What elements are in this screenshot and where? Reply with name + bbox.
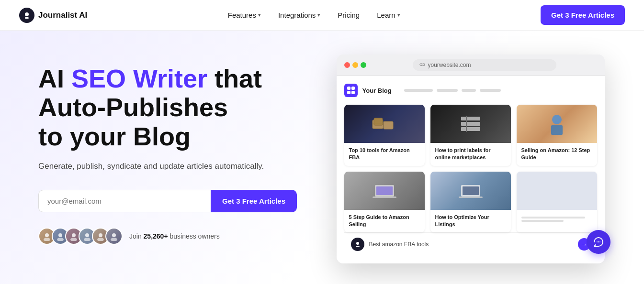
- svg-point-12: [112, 233, 116, 237]
- card-body: How to print labels for online marketpla…: [430, 143, 511, 166]
- link-icon: [419, 62, 425, 68]
- blog-grid: Top 10 tools for Amazon FBA: [344, 105, 597, 232]
- blog-card: 5 Step Guide to Amazon Selling: [344, 172, 425, 233]
- svg-point-2: [45, 233, 49, 237]
- svg-rect-20: [461, 127, 480, 131]
- nav-features-label: Features: [228, 11, 256, 19]
- browser-dots: [344, 62, 366, 68]
- chevron-down-icon: ▾: [317, 12, 320, 18]
- social-suffix: business owners: [168, 232, 220, 240]
- blog-card: Selling on Amazon: 12 Step Guide: [517, 105, 597, 166]
- nav-links: Features ▾ Integrations ▾ Pricing Learn …: [228, 11, 400, 19]
- blog-name: Your Blog: [362, 87, 392, 94]
- nav-learn-label: Learn: [377, 11, 395, 19]
- chevron-down-icon: ▾: [397, 12, 400, 18]
- card-body: Top 10 tools for Amazon FBA: [344, 143, 425, 166]
- placeholder-line: [521, 220, 564, 222]
- svg-rect-16: [384, 121, 393, 129]
- svg-rect-25: [376, 186, 393, 195]
- blog-nav-lines: [404, 89, 501, 92]
- blog-card: How to Optimize Your Listings: [430, 172, 511, 233]
- hero-title-highlight: SEO Writer: [71, 64, 207, 93]
- hero-title: AI SEO Writer thatAuto-Publishesto your …: [38, 64, 316, 151]
- browser-url-bar: yourwebsite.com: [413, 59, 556, 71]
- card-body: How to Optimize Your Listings: [430, 210, 511, 233]
- svg-rect-31: [356, 246, 360, 247]
- browser-mockup: yourwebsite.com Your Blog: [337, 55, 605, 263]
- blog-logo: [344, 84, 358, 97]
- blog-header: Your Blog: [344, 84, 597, 97]
- dot-minimize: [352, 62, 358, 68]
- svg-rect-28: [463, 186, 479, 195]
- nav-line: [462, 89, 476, 92]
- chat-input-text[interactable]: Best amazon FBA tools: [369, 241, 573, 248]
- nav-cta-button[interactable]: Get 3 Free Articles: [541, 5, 625, 25]
- card-image-laptop2: [430, 172, 511, 210]
- nav-pricing[interactable]: Pricing: [338, 11, 360, 19]
- url-text: yourwebsite.com: [428, 62, 471, 68]
- email-input[interactable]: [38, 190, 211, 212]
- svg-point-6: [72, 233, 76, 237]
- card-placeholder-lines: [521, 217, 592, 222]
- svg-point-34: [599, 241, 600, 242]
- social-count: 25,260+: [144, 232, 168, 240]
- dot-close: [344, 62, 350, 68]
- svg-rect-1: [25, 17, 29, 19]
- nav-line: [480, 89, 501, 92]
- nav-learn[interactable]: Learn ▾: [377, 11, 400, 19]
- browser-bar: yourwebsite.com: [337, 55, 605, 76]
- placeholder-line: [521, 217, 585, 218]
- svg-point-0: [25, 12, 29, 16]
- nav-features[interactable]: Features ▾: [228, 11, 261, 19]
- card-title: How to Optimize Your Listings: [435, 214, 506, 228]
- logo[interactable]: Journalist AI: [19, 8, 87, 23]
- avatar-stack: [38, 228, 123, 245]
- svg-rect-18: [461, 117, 480, 120]
- svg-point-13: [111, 238, 117, 241]
- blog-card: [517, 172, 597, 233]
- svg-point-32: [597, 241, 598, 242]
- avatar: [105, 228, 123, 245]
- svg-rect-15: [374, 118, 383, 125]
- blog-card: How to print labels for online marketpla…: [430, 105, 511, 166]
- social-proof: Join 25,260+ business owners: [38, 228, 316, 245]
- svg-point-4: [58, 233, 62, 237]
- svg-point-8: [85, 233, 89, 237]
- svg-point-9: [84, 238, 90, 241]
- card-title: Top 10 tools for Amazon FBA: [349, 147, 420, 161]
- hero-subtitle: Generate, publish, syndicate and update …: [38, 160, 316, 173]
- nav-integrations-label: Integrations: [278, 11, 316, 19]
- hero-cta-button[interactable]: Get 3 Free Articles: [211, 190, 297, 212]
- nav-line: [437, 89, 458, 92]
- svg-rect-29: [459, 197, 483, 198]
- nav-line: [404, 89, 433, 92]
- svg-point-7: [70, 238, 77, 241]
- social-prefix: Join: [129, 232, 144, 240]
- card-image-delivery: [517, 105, 597, 143]
- svg-point-3: [44, 238, 50, 241]
- hero-right: yourwebsite.com Your Blog: [316, 55, 625, 263]
- card-body: Selling on Amazon: 12 Step Guide: [517, 143, 597, 166]
- dot-maximize: [361, 62, 366, 68]
- hero-title-plain: AI: [38, 64, 71, 93]
- svg-point-10: [99, 233, 102, 237]
- card-title: Selling on Amazon: 12 Step Guide: [521, 147, 592, 161]
- svg-point-22: [552, 115, 562, 124]
- blog-card: Top 10 tools for Amazon FBA: [344, 105, 425, 166]
- svg-point-33: [598, 241, 599, 242]
- browser-content: Your Blog: [337, 76, 605, 263]
- hero-section: AI SEO Writer thatAuto-Publishesto your …: [0, 31, 644, 284]
- card-body: [517, 210, 597, 227]
- svg-point-5: [57, 238, 64, 241]
- card-image-laptop: [344, 172, 425, 210]
- chat-widget-button[interactable]: [587, 230, 610, 254]
- nav-integrations[interactable]: Integrations ▾: [278, 11, 320, 19]
- chevron-down-icon: ▾: [258, 12, 261, 18]
- chat-ai-icon: [351, 238, 364, 251]
- nav-pricing-label: Pricing: [338, 11, 360, 19]
- logo-icon: [19, 8, 34, 23]
- card-image-placeholder: [517, 172, 597, 210]
- card-body: 5 Step Guide to Amazon Selling: [344, 210, 425, 233]
- chat-bar: Best amazon FBA tools →: [344, 232, 597, 256]
- hero-left: AI SEO Writer thatAuto-Publishesto your …: [38, 55, 316, 245]
